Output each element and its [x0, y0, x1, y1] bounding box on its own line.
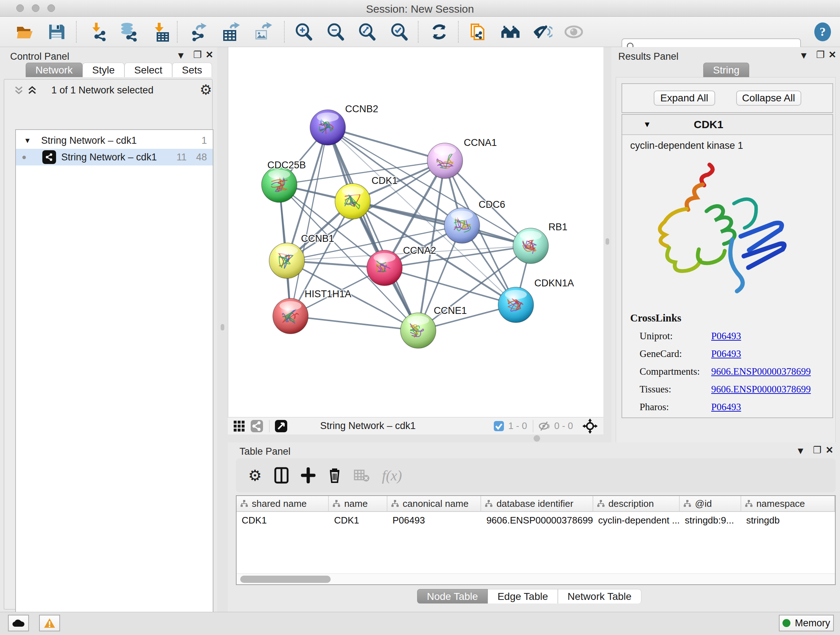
svg-text:?: ? — [820, 25, 826, 38]
table-toolbar: ⚙ f(x) — [236, 458, 836, 492]
column-header[interactable]: namespace — [741, 496, 835, 511]
open-session-icon[interactable] — [14, 22, 35, 42]
birds-eye-view-icon[interactable] — [275, 420, 287, 432]
table-tabs: Node TableEdge TableNetwork Table — [417, 589, 641, 603]
toolbar-separator — [177, 21, 178, 43]
svg-text:CDC25B: CDC25B — [267, 160, 306, 171]
export-image-icon[interactable] — [252, 22, 272, 42]
export-network-icon[interactable] — [189, 22, 209, 42]
column-header[interactable]: name — [329, 496, 387, 511]
collection-expander-icon[interactable]: ▼ — [24, 136, 31, 145]
import-table-file-icon[interactable] — [151, 22, 172, 42]
network-view-toolbar: String Network – cdk1 1 - 0 0 - 0 — [228, 417, 603, 434]
results-panel-close-icon[interactable]: ✕ — [829, 49, 836, 60]
refresh-layout-icon[interactable] — [429, 22, 449, 42]
table-cell[interactable]: stringdb — [741, 512, 835, 529]
column-header[interactable]: description — [593, 496, 680, 511]
network-selection-status: 1 of 1 Network selected — [51, 85, 153, 96]
zoom-fit-icon[interactable] — [357, 22, 377, 42]
show-all-icon[interactable] — [564, 22, 584, 42]
first-neighbors-icon[interactable] — [500, 22, 521, 42]
control-panel-float-icon[interactable]: ▼ — [176, 50, 186, 61]
show-columns-icon[interactable] — [274, 467, 289, 484]
network-node-HIST1H1A — [273, 298, 308, 334]
network-canvas[interactable]: CCNB2CCNA1CDC25BCDK1CDC6RB1CCNB1CCNA2CDK… — [228, 47, 603, 417]
table-panel-float-icon[interactable]: ▼ — [796, 445, 805, 456]
toolbar-separator — [418, 21, 418, 43]
table-panel-close-icon[interactable]: ✕ — [826, 445, 834, 456]
control-panel-close-icon[interactable]: ✕ — [205, 49, 213, 60]
table-cell[interactable]: CDK1 — [329, 512, 387, 529]
tab-edge-table[interactable]: Edge Table — [488, 589, 558, 603]
cloud-status-button[interactable] — [8, 615, 29, 631]
clone-network-icon[interactable] — [468, 22, 488, 42]
hide-selected-icon[interactable] — [532, 22, 553, 42]
crosslink-value-link[interactable]: P06493 — [711, 331, 741, 342]
horizontal-scrollbar-thumb[interactable] — [240, 576, 331, 583]
tab-string[interactable]: String — [703, 63, 749, 77]
warning-icon — [44, 618, 55, 628]
import-network-file-icon[interactable] — [88, 22, 109, 42]
zoom-out-icon[interactable] — [325, 22, 346, 42]
zoom-in-icon[interactable] — [294, 22, 314, 42]
export-table-icon[interactable] — [221, 22, 241, 42]
node-table[interactable]: shared namenamecanonical namedatabase id… — [236, 495, 836, 585]
tab-node-table[interactable]: Node Table — [417, 589, 488, 603]
crosslink-value-link[interactable]: P06493 — [711, 402, 741, 413]
tab-style[interactable]: Style — [82, 63, 125, 77]
table-cell[interactable]: cyclin-dependent ... — [593, 512, 680, 529]
zoom-selected-icon[interactable] — [389, 22, 409, 42]
network-edge-count: 48 — [196, 152, 207, 163]
network-collection-row[interactable]: ▼ String Network – cdk1 1 — [16, 132, 213, 149]
add-column-icon[interactable] — [301, 467, 316, 483]
network-options-gear-icon[interactable]: ⚙ — [200, 82, 212, 98]
results-panel: Results Panel ▼ ❐ ✕ String Expand All Co… — [611, 47, 840, 442]
expand-all-networks-icon[interactable] — [27, 85, 38, 97]
crosslink-value-link[interactable]: 9606.ENSP00000378699 — [711, 384, 811, 395]
tab-network-table[interactable]: Network Table — [558, 589, 641, 603]
pan-mode-icon[interactable] — [583, 420, 598, 432]
table-row[interactable]: CDK1CDK1P064939606.ENSP00000378699cyclin… — [237, 512, 835, 529]
column-header[interactable]: shared name — [237, 496, 329, 511]
table-panel-maximize-icon[interactable]: ❐ — [813, 445, 821, 456]
table-cell[interactable]: P06493 — [387, 512, 481, 529]
control-panel-maximize-icon[interactable]: ❐ — [193, 49, 202, 60]
table-options-gear-icon[interactable]: ⚙ — [248, 467, 262, 485]
collapse-all-networks-icon[interactable] — [13, 85, 24, 97]
selected-counts: 1 - 0 — [508, 420, 527, 432]
column-header[interactable]: canonical name — [387, 496, 481, 511]
left-splitter[interactable] — [217, 47, 228, 616]
table-cell[interactable]: CDK1 — [237, 512, 329, 529]
collapse-all-button[interactable]: Collapse All — [736, 90, 801, 106]
network-tab-panel: 1 of 1 Network selected ⚙ ▼ String Netwo… — [4, 79, 213, 610]
hidden-counts: 0 - 0 — [554, 420, 573, 432]
right-splitter[interactable] — [603, 47, 611, 442]
gene-expander-icon[interactable]: ▼ — [643, 120, 651, 129]
results-panel-float-icon[interactable]: ▼ — [799, 50, 808, 61]
import-network-database-icon[interactable] — [118, 22, 139, 42]
tab-network[interactable]: Network — [26, 63, 82, 77]
tab-select[interactable]: Select — [125, 63, 172, 77]
network-label: String Network – cdk1 — [61, 152, 156, 163]
warnings-button[interactable] — [39, 615, 60, 631]
show-grid-icon[interactable] — [233, 420, 245, 432]
crosslink-value-link[interactable]: 9606.ENSP00000378699 — [711, 366, 811, 377]
results-panel-maximize-icon[interactable]: ❐ — [816, 49, 824, 60]
delete-column-icon[interactable] — [328, 467, 341, 484]
network-row[interactable]: ● String Network – cdk1 11 48 — [16, 149, 213, 165]
crosslink-label: Compartments: — [639, 366, 711, 377]
svg-text:CDKN1A: CDKN1A — [534, 278, 574, 288]
selected-checkbox-icon[interactable] — [493, 420, 505, 432]
expand-all-button[interactable]: Expand All — [654, 90, 715, 106]
status-bar: Memory — [0, 612, 840, 635]
view-mode-icon[interactable] — [250, 420, 264, 432]
memory-button[interactable]: Memory — [779, 615, 834, 631]
crosslink-value-link[interactable]: P06493 — [711, 348, 741, 359]
table-cell[interactable]: stringdb:9... — [680, 512, 741, 529]
column-header[interactable]: @id — [680, 496, 741, 511]
help-icon[interactable]: ? — [813, 22, 833, 42]
column-header[interactable]: database identifier — [481, 496, 593, 511]
save-session-icon[interactable] — [46, 22, 66, 42]
tab-sets[interactable]: Sets — [172, 63, 212, 77]
table-cell[interactable]: 9606.ENSP00000378699 — [481, 512, 593, 529]
